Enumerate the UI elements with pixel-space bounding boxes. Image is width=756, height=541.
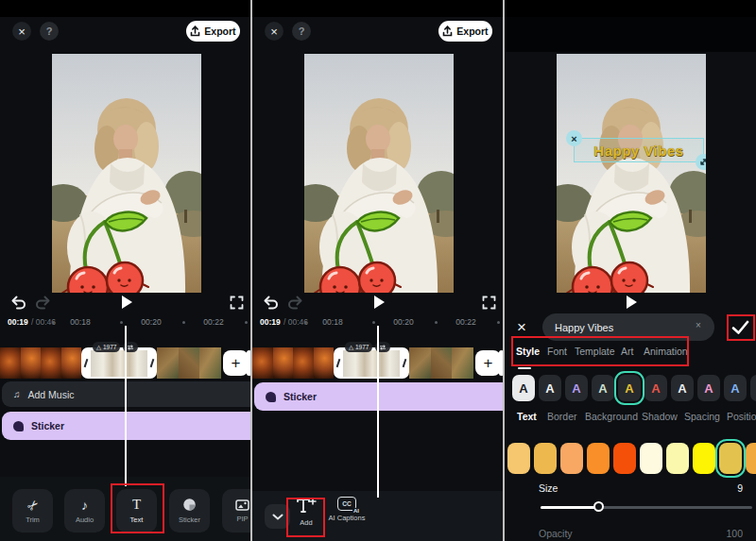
clear-input-button[interactable]: × xyxy=(696,320,701,330)
play-button[interactable] xyxy=(371,294,387,313)
color-swatch[interactable] xyxy=(507,443,530,474)
video-preview xyxy=(304,54,454,293)
trim-handle-left[interactable] xyxy=(81,347,91,379)
font-style-tile[interactable]: A xyxy=(750,375,756,401)
color-swatch[interactable] xyxy=(666,443,689,474)
trim-handle-left[interactable] xyxy=(334,347,343,379)
slider-knob[interactable] xyxy=(593,501,604,512)
font-style-tile[interactable]: A xyxy=(671,375,694,401)
font-style-tile[interactable]: A xyxy=(512,375,535,401)
trim-handle-right[interactable] xyxy=(400,347,409,379)
color-swatch[interactable] xyxy=(613,443,636,474)
font-style-tile[interactable]: A xyxy=(539,375,561,401)
color-swatch[interactable] xyxy=(587,443,610,474)
play-button[interactable] xyxy=(119,294,134,313)
add-clip-button[interactable]: + xyxy=(475,350,501,376)
font-style-tile[interactable]: A xyxy=(697,375,720,401)
tool-audio[interactable]: ♪ Audio xyxy=(64,489,105,533)
video-editor-tutorial-screenshot: × ? Export 00:19 / 00:46 00:18 00:20 00:… xyxy=(0,0,756,541)
subtab-shadow[interactable]: Shadow xyxy=(642,411,678,422)
color-swatch[interactable] xyxy=(534,443,557,474)
collapse-button[interactable] xyxy=(265,504,290,529)
undo-button[interactable] xyxy=(9,296,27,313)
ruler-tick: 00:20 xyxy=(393,317,413,327)
playhead[interactable] xyxy=(377,326,379,498)
close-button[interactable]: × xyxy=(265,22,284,41)
ruler-dot xyxy=(435,321,438,324)
font-style-tile[interactable]: A xyxy=(592,375,614,401)
ai-captions-button[interactable]: CC AI AI Captions xyxy=(328,497,366,522)
color-swatch-selected[interactable] xyxy=(719,443,742,474)
close-icon: × xyxy=(517,318,526,336)
play-button[interactable] xyxy=(624,294,639,313)
delete-handle[interactable]: × xyxy=(566,130,582,146)
font-style-tile[interactable]: A xyxy=(644,375,667,401)
redo-button[interactable] xyxy=(34,296,52,313)
add-text-button[interactable]: Add xyxy=(292,497,320,527)
undo-button[interactable] xyxy=(262,296,280,313)
playhead[interactable] xyxy=(125,326,127,486)
help-icon: ? xyxy=(46,25,53,37)
export-button[interactable]: Export xyxy=(186,21,240,42)
close-button[interactable]: × xyxy=(12,22,31,41)
tool-sticker[interactable]: Sticker xyxy=(169,489,210,533)
font-style-tile-selected[interactable]: A xyxy=(618,375,641,401)
text-tool-icon: T xyxy=(132,498,141,512)
preview-photo xyxy=(304,54,454,293)
video-preview: Happy Vibes × xyxy=(557,54,706,293)
clip-thumbnail xyxy=(343,350,400,377)
color-swatch[interactable] xyxy=(560,443,583,474)
ruler-dot xyxy=(372,321,375,324)
ruler-tick: 00:18 xyxy=(70,317,90,327)
tab-animation[interactable]: Animation xyxy=(644,346,688,357)
play-icon xyxy=(624,294,639,311)
subtab-background[interactable]: Background xyxy=(585,411,638,422)
size-value: 9 xyxy=(737,482,743,494)
redo-button[interactable] xyxy=(286,296,304,313)
trim-handle-right[interactable] xyxy=(147,347,157,379)
color-swatch[interactable] xyxy=(693,443,715,474)
ruler-dot xyxy=(120,321,123,324)
tab-style[interactable]: Style xyxy=(516,346,540,357)
tool-pip[interactable]: PIP xyxy=(222,489,250,533)
font-style-tile[interactable]: A xyxy=(565,375,588,401)
export-button[interactable]: Export xyxy=(438,21,492,42)
text-overlay-selection[interactable]: Happy Vibes × xyxy=(574,138,704,162)
help-button[interactable]: ? xyxy=(292,22,311,41)
font-style-tile[interactable]: A xyxy=(724,375,747,401)
fullscreen-icon xyxy=(482,296,496,310)
subtab-border[interactable]: Border xyxy=(547,411,577,422)
tool-trim[interactable]: ✂ Trim xyxy=(12,489,53,533)
export-label: Export xyxy=(456,25,488,37)
color-swatch[interactable] xyxy=(746,443,756,474)
ruler-dot xyxy=(304,321,307,324)
fullscreen-button[interactable] xyxy=(482,296,496,313)
add-clip-button[interactable]: + xyxy=(223,350,249,376)
subtab-spacing[interactable]: Spacing xyxy=(684,411,720,422)
current-time: 00:19 xyxy=(260,317,281,327)
color-swatch[interactable] xyxy=(640,443,662,474)
close-text-editor-button[interactable]: × xyxy=(517,318,526,337)
editor-panel-step1: × ? Export 00:19 / 00:46 00:18 00:20 00:… xyxy=(0,0,250,541)
editor-panel-step3: Happy Vibes × × × Style Font Template Ar… xyxy=(505,0,756,541)
tab-font[interactable]: Font xyxy=(547,346,567,357)
ruler-tick: 00:22 xyxy=(455,317,475,327)
size-slider[interactable] xyxy=(541,501,752,513)
text-input[interactable] xyxy=(542,313,714,341)
status-strip xyxy=(252,0,503,17)
warning-triangle-icon: △ xyxy=(349,344,353,351)
resize-handle[interactable] xyxy=(696,154,706,170)
subtab-text[interactable]: Text xyxy=(517,411,537,422)
bottom-toolbar: ✂ Trim ♪ Audio T Text Sticker PIP xyxy=(0,477,250,541)
confirm-button[interactable] xyxy=(731,320,749,337)
sticker-track-label: Sticker xyxy=(31,420,64,431)
fullscreen-button[interactable] xyxy=(230,296,244,313)
opacity-label: Opacity xyxy=(539,528,573,539)
tool-text[interactable]: T Text xyxy=(116,489,157,533)
help-button[interactable]: ? xyxy=(40,22,59,41)
clip-thumbnails xyxy=(0,347,81,379)
subtab-position[interactable]: Position xyxy=(727,411,756,422)
tab-art[interactable]: Art xyxy=(621,346,633,357)
tab-template[interactable]: Template xyxy=(575,346,615,357)
help-icon: ? xyxy=(299,25,305,37)
